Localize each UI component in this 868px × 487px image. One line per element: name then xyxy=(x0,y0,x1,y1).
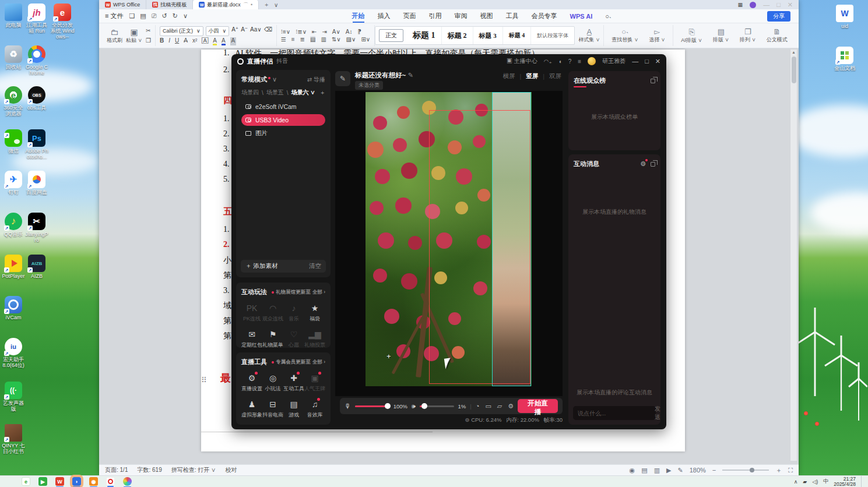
wps-maximize-button[interactable]: □ xyxy=(776,1,781,8)
tray-ime-indicator[interactable]: 中 xyxy=(823,478,828,485)
desktop-icon-potplayer[interactable]: PotPlayer xyxy=(1,255,26,279)
speaker-icon[interactable]: 🕪 xyxy=(412,403,416,410)
tab-current-doc[interactable]: W最新搭建.docx⌒• xyxy=(193,0,259,9)
menu-member[interactable]: 会员专享 xyxy=(525,9,564,23)
style-heading-4[interactable]: 标题 4 xyxy=(503,27,532,44)
print-icon[interactable]: ▤ xyxy=(140,12,146,20)
desktop-icon-photoshop[interactable]: PsAdobe Photosho... xyxy=(24,129,49,160)
tool-lucky-bag[interactable]: ★福袋 xyxy=(304,302,325,323)
screen-share-icon[interactable]: ▭ xyxy=(485,403,491,410)
tool-gift-menu[interactable]: ⚑礼物菜单 xyxy=(262,329,283,349)
multi-page-view-icon[interactable]: ▥ xyxy=(654,467,660,474)
eye-protect-icon[interactable]: ◉ xyxy=(630,467,635,474)
camera-preview-area[interactable] xyxy=(335,91,563,396)
desktop-icon-jianying[interactable]: ✂JianyingPro xyxy=(24,213,49,243)
paste-button[interactable]: ▣粘贴 ∨ xyxy=(126,27,142,44)
app-maximize-button[interactable]: □ xyxy=(645,58,649,65)
save-icon[interactable]: ❏ xyxy=(129,12,135,20)
zoom-in-button[interactable]: ＋ xyxy=(775,466,782,475)
output-volume-slider[interactable] xyxy=(420,405,454,407)
taskbar-live-companion-icon[interactable]: ◗ xyxy=(72,477,81,486)
scroll-up-icon[interactable]: ▲ xyxy=(790,50,797,55)
ribbon-search-icon[interactable]: ○˴ xyxy=(599,9,617,23)
desktop-icon-chrome[interactable]: Google Chrome xyxy=(24,45,49,76)
category-tag[interactable]: 未选分类 xyxy=(355,81,383,90)
tab-more-icon[interactable]: ⌒ xyxy=(243,1,248,9)
tab-pin-icon[interactable]: • xyxy=(251,2,252,8)
strikethrough-button[interactable]: A xyxy=(184,37,188,45)
align-right-button[interactable]: ≣ xyxy=(300,36,305,43)
zoom-out-button[interactable]: − xyxy=(712,467,716,474)
border-button[interactable]: ⊞∨ xyxy=(361,36,370,43)
sort-icon[interactable]: A↕ xyxy=(346,29,353,35)
file-menu[interactable]: ≡ 文件 xyxy=(105,12,123,20)
app-minimize-button[interactable]: — xyxy=(632,58,638,65)
change-case-icon[interactable]: Aa∨ xyxy=(250,26,262,36)
phonetic-guide-icon[interactable]: 🄰 xyxy=(202,37,208,45)
start-live-button[interactable]: 开始直播 xyxy=(518,399,558,413)
style-heading-3[interactable]: 标题 3 xyxy=(473,27,503,44)
menu-icon[interactable]: ≡ xyxy=(578,58,581,65)
single-page-view-icon[interactable]: ▤ xyxy=(641,467,647,474)
mode-chevron-icon[interactable]: ∨ xyxy=(272,76,277,83)
desktop-icon-wechat[interactable]: 微信 xyxy=(1,129,26,154)
shading-button[interactable]: ▨∨ xyxy=(346,36,356,43)
arrange-button[interactable]: ❐排列 ∨ xyxy=(736,27,760,44)
wps-close-button[interactable]: ✕ xyxy=(788,1,793,9)
ai-typeset-button[interactable]: ⎘AI排版 ∨ xyxy=(677,27,706,44)
font-name-select[interactable]: Calibri (正文) ∨ xyxy=(160,26,203,36)
show-desktop-button[interactable] xyxy=(861,476,863,487)
text-direction-icon[interactable]: A∨ xyxy=(332,29,340,35)
desktop-icon-aizb[interactable]: AIZBAIZB xyxy=(24,255,49,279)
distribute-button[interactable]: ▥ xyxy=(321,36,326,43)
select-button[interactable]: ▻选择 ∨ xyxy=(645,27,669,44)
redo-icon[interactable]: ↻ xyxy=(173,12,178,20)
desktop-icon-ivcam[interactable]: iVCam xyxy=(1,296,26,320)
mode-landscape[interactable]: 横屏 xyxy=(503,72,515,80)
desktop-icon-this-pc[interactable]: 此电脑 xyxy=(1,3,26,28)
tools-all-link[interactable]: 全部 › xyxy=(312,359,325,366)
menu-home[interactable]: 开始 xyxy=(346,9,371,23)
menu-review[interactable]: 审阅 xyxy=(448,9,474,23)
zoom-slider[interactable] xyxy=(722,470,769,471)
desktop-icon-dingtalk[interactable]: ✈钉钉 xyxy=(1,171,26,195)
justify-button[interactable]: ▤ xyxy=(310,36,315,43)
scene-tab-5[interactable]: 场景五 xyxy=(266,89,284,97)
stream-settings-icon[interactable]: ⚙ xyxy=(508,403,514,410)
official-doc-mode-button[interactable]: 🗎公文模式 xyxy=(763,27,791,44)
tool-interactive-tools[interactable]: ✚互动工具 xyxy=(283,372,304,393)
font-size-select[interactable]: 小四 ∨ xyxy=(206,26,230,36)
clear-format-icon[interactable]: ⌫ xyxy=(264,26,272,36)
desktop-icon-hongtian-assistant[interactable]: iu宏天助手 8.0(64位) xyxy=(1,338,26,368)
taskbar-orange-app-icon[interactable]: ◉ xyxy=(89,477,98,486)
tool-pk-link[interactable]: PKPK连线 xyxy=(241,302,262,323)
popout-icon[interactable] xyxy=(651,162,655,167)
menu-view[interactable]: 视图 xyxy=(474,9,500,23)
desktop-icon-recycle-bin[interactable]: ♻回收站 xyxy=(1,45,26,70)
mode-dual[interactable]: 双屏 xyxy=(549,72,561,80)
earback-icon[interactable]: ◔ xyxy=(476,403,480,410)
desktop-icon-voice-tool[interactable]: 艺发声器 版 xyxy=(1,382,26,412)
style-heading-1[interactable]: 标题 1 xyxy=(407,27,442,44)
highlight-color-button[interactable]: A xyxy=(213,37,217,45)
menu-reference[interactable]: 引用 xyxy=(423,9,448,23)
fit-page-icon[interactable]: ⛶ xyxy=(788,467,793,474)
read-mode-icon[interactable]: ▶ xyxy=(666,467,671,474)
italic-button[interactable]: I xyxy=(168,37,170,45)
taskbar-obs-icon[interactable] xyxy=(106,477,115,486)
tool-mini-play[interactable]: ◎小玩法 xyxy=(262,372,283,393)
number-list-button[interactable]: ⁝≣∨ xyxy=(296,29,307,35)
scene-tab-4[interactable]: 场景四 xyxy=(241,89,259,97)
app-close-button[interactable]: ✕ xyxy=(655,58,660,65)
find-replace-button[interactable]: ○˴查找替换 ∨ xyxy=(608,27,642,44)
document-scrollbar[interactable]: ▲ xyxy=(790,50,797,461)
shrink-font-icon[interactable]: A⁻ xyxy=(241,26,248,36)
layout-grid-icon[interactable]: ▦ xyxy=(738,2,743,8)
undo-icon[interactable]: ↺ xyxy=(162,12,167,20)
edit-title-icon[interactable]: ✎ xyxy=(335,71,350,86)
mode-label[interactable]: 常规模式 xyxy=(241,75,267,84)
tool-music[interactable]: ♪音乐 xyxy=(283,302,304,323)
message-settings-icon[interactable]: ⚙ xyxy=(640,160,646,168)
tool-popularity[interactable]: ▣人气王牌 xyxy=(304,372,325,393)
tool-games[interactable]: ▤游戏 xyxy=(283,398,304,419)
